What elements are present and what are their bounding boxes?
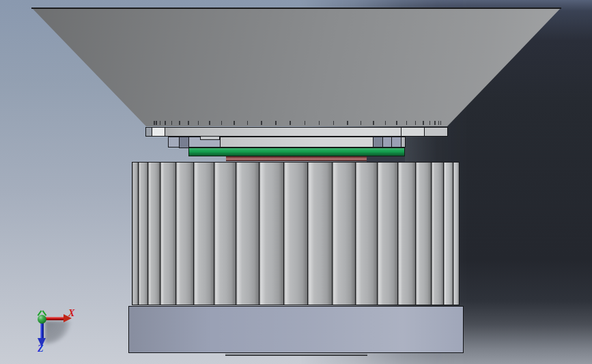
mount-plate-block[interactable] bbox=[179, 137, 189, 148]
facet-mark bbox=[333, 121, 335, 125]
rim-segment[interactable] bbox=[424, 127, 448, 137]
facet-mark bbox=[209, 121, 210, 125]
facet-mark bbox=[221, 121, 223, 125]
facet-mark bbox=[154, 121, 155, 125]
facet-mark bbox=[275, 121, 277, 125]
mount-plate-block[interactable] bbox=[168, 137, 180, 148]
facet-mark bbox=[261, 121, 262, 125]
facet-mark bbox=[347, 121, 348, 125]
led-pcb-strip[interactable] bbox=[188, 148, 405, 156]
facet-mark bbox=[179, 121, 180, 125]
z-axis-label: Z bbox=[38, 344, 44, 354]
facet-mark bbox=[385, 121, 386, 125]
heatsink-fin[interactable] bbox=[259, 162, 283, 305]
facet-mark bbox=[415, 121, 417, 125]
heatsink-fin[interactable] bbox=[332, 162, 356, 305]
heatsink-fin[interactable] bbox=[377, 162, 398, 305]
mount-plate-block[interactable] bbox=[382, 137, 392, 148]
heatsink-fin[interactable] bbox=[147, 162, 160, 305]
facet-mark bbox=[290, 121, 291, 125]
heatsink-fin[interactable] bbox=[431, 162, 444, 305]
heatsink-fin[interactable] bbox=[193, 162, 214, 305]
facet-mark bbox=[160, 121, 161, 125]
heatsink-fin[interactable] bbox=[415, 162, 432, 305]
x-axis-arrow[interactable] bbox=[46, 317, 64, 320]
facet-mark bbox=[434, 121, 436, 125]
facet-mark bbox=[406, 121, 408, 125]
facet-mark bbox=[156, 121, 157, 125]
lampshade-top-edge bbox=[31, 8, 561, 9]
facet-mark bbox=[188, 121, 189, 125]
heatsink-fin[interactable] bbox=[443, 162, 453, 305]
heatsink-fin[interactable] bbox=[397, 162, 416, 305]
heatsink-fin[interactable] bbox=[214, 162, 236, 305]
facet-mark bbox=[373, 121, 374, 125]
facet-mark bbox=[319, 121, 320, 125]
facet-mark bbox=[396, 121, 397, 125]
mount-plate-edge bbox=[401, 137, 406, 148]
mount-plate-block[interactable] bbox=[373, 137, 383, 148]
rim-segment[interactable] bbox=[152, 127, 165, 137]
facet-mark bbox=[247, 121, 249, 125]
facet-mark bbox=[438, 121, 440, 125]
mount-plate-notch bbox=[200, 137, 220, 140]
cad-viewport[interactable]: X Z bbox=[0, 0, 592, 364]
heatsink-fin[interactable] bbox=[283, 162, 309, 305]
facet-mark bbox=[423, 121, 424, 125]
lamp-base[interactable] bbox=[128, 306, 464, 353]
heatsink-fin[interactable] bbox=[453, 162, 460, 305]
heatsink-fin[interactable] bbox=[236, 162, 259, 305]
facet-mark bbox=[198, 121, 199, 125]
x-axis-label: X bbox=[68, 309, 74, 318]
thermal-pad-strip[interactable] bbox=[226, 156, 367, 161]
heatsink-fin[interactable] bbox=[175, 162, 194, 305]
facet-mark bbox=[165, 121, 166, 125]
z-axis-arrow[interactable] bbox=[40, 323, 44, 339]
facet-mark bbox=[440, 121, 442, 125]
facet-mark bbox=[234, 121, 235, 125]
heatsink-fin[interactable] bbox=[307, 162, 332, 305]
heatsink-fin[interactable] bbox=[138, 162, 148, 305]
rim-segment[interactable] bbox=[401, 127, 425, 137]
facet-mark bbox=[361, 121, 362, 125]
facet-mark bbox=[305, 121, 306, 125]
base-underside-edge bbox=[225, 354, 367, 356]
heatsink-fin[interactable] bbox=[355, 162, 378, 305]
mount-plate-block[interactable] bbox=[391, 137, 401, 148]
heatsink-fin[interactable] bbox=[160, 162, 176, 305]
facet-mark bbox=[171, 121, 173, 125]
origin-sphere[interactable] bbox=[38, 315, 46, 324]
facet-mark bbox=[429, 121, 431, 125]
